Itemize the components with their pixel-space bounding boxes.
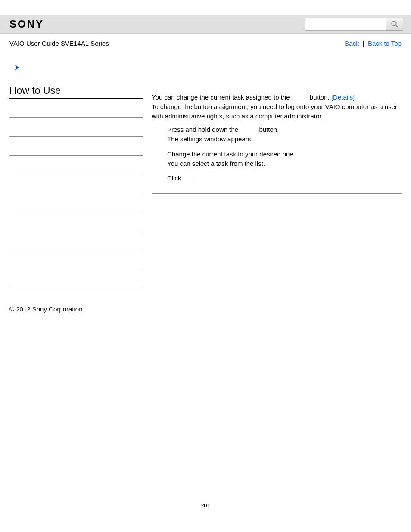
- main-content: You can change the current task assigned…: [152, 85, 402, 194]
- sidebar-item[interactable]: [9, 231, 143, 250]
- intro-text: button.: [310, 93, 331, 101]
- step-text: Change the current task to your desired …: [167, 150, 295, 158]
- back-link[interactable]: Back: [345, 40, 359, 47]
- nav-separator: |: [361, 40, 366, 47]
- details-link[interactable]: [Details]: [331, 93, 355, 101]
- sidebar-item[interactable]: [9, 174, 143, 193]
- top-bar: SONY: [0, 15, 411, 34]
- step-item: Press and hold down the button. The sett…: [167, 125, 402, 144]
- chevron-right-icon[interactable]: [14, 62, 21, 73]
- sidebar-item[interactable]: [9, 193, 143, 212]
- search-input[interactable]: [305, 18, 386, 31]
- sub-header: VAIO User Guide SVE14A1 Series Back | Ba…: [0, 34, 411, 47]
- sidebar-item[interactable]: [9, 156, 143, 174]
- sidebar-item[interactable]: [9, 250, 143, 269]
- breadcrumb-nav: Back | Back to Top: [345, 40, 402, 47]
- sidebar: How to Use: [9, 85, 143, 288]
- step-text: Press and hold down the: [167, 126, 240, 133]
- page-number: 201: [0, 502, 411, 517]
- step-item: Click .: [167, 174, 402, 183]
- guide-title: VAIO User Guide SVE14A1 Series: [9, 40, 109, 47]
- sidebar-item[interactable]: [9, 212, 143, 231]
- step-text: Click: [167, 174, 183, 182]
- sidebar-item[interactable]: [9, 137, 143, 156]
- nav-chevron-row: [0, 47, 411, 74]
- back-to-top-link[interactable]: Back to Top: [368, 40, 402, 47]
- sidebar-item[interactable]: [9, 269, 143, 288]
- step-text: The settings window appears.: [167, 135, 252, 143]
- svg-line-1: [395, 25, 398, 27]
- step-text: button.: [259, 126, 279, 133]
- brand-logo: SONY: [9, 18, 44, 30]
- sidebar-title: How to Use: [9, 85, 143, 99]
- intro-text: To change the button assignment, you nee…: [152, 103, 397, 120]
- copyright-text: © 2012 Sony Corporation: [0, 288, 411, 313]
- search-icon: [391, 20, 399, 28]
- sidebar-item[interactable]: [9, 99, 143, 118]
- step-text: You can select a task from the list.: [167, 160, 265, 167]
- intro-text: You can change the current task assigned…: [152, 93, 292, 101]
- steps-list: Press and hold down the button. The sett…: [152, 125, 402, 183]
- intro-paragraph: You can change the current task assigned…: [152, 93, 402, 121]
- sidebar-item[interactable]: [9, 118, 143, 137]
- step-text: .: [194, 174, 196, 182]
- content-divider: [152, 193, 402, 194]
- search-form: [305, 18, 403, 31]
- step-item: Change the current task to your desired …: [167, 149, 402, 168]
- svg-point-0: [392, 21, 396, 26]
- search-button[interactable]: [386, 18, 403, 31]
